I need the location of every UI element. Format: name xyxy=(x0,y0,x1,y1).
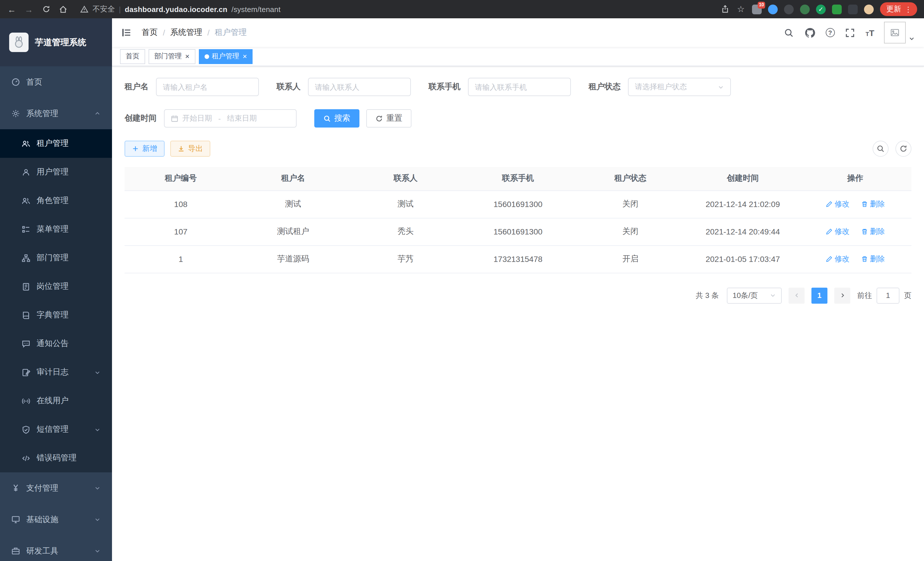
extension-icon[interactable]: 10 xyxy=(752,4,762,14)
edit-button[interactable]: 修改 xyxy=(825,254,849,264)
share-icon[interactable] xyxy=(720,4,730,14)
sidebar-item-online-users[interactable]: 在线用户 xyxy=(0,387,112,415)
star-icon[interactable]: ☆ xyxy=(736,4,746,14)
contact-input[interactable] xyxy=(315,83,404,91)
next-page-button[interactable] xyxy=(834,287,850,303)
hamburger-icon[interactable] xyxy=(121,27,131,38)
sidebar-item-depts[interactable]: 部门管理 xyxy=(0,244,112,272)
tag-dept[interactable]: 部门管理 × xyxy=(148,49,195,64)
back-icon[interactable]: ← xyxy=(7,4,16,14)
col-contact: 联系人 xyxy=(350,167,462,190)
tenant-icon xyxy=(22,139,30,148)
main-column: 首页 / 系统管理 / 租户管理 ? xyxy=(112,18,924,561)
app-title: 芋道管理系统 xyxy=(35,37,86,48)
chevron-down-icon xyxy=(718,84,724,90)
close-icon[interactable]: × xyxy=(243,53,247,60)
sidebar-item-menus[interactable]: 菜单管理 xyxy=(0,215,112,244)
toolbar: 新增 导出 xyxy=(124,141,911,157)
prev-page-button[interactable] xyxy=(789,287,805,303)
edit-button[interactable]: 修改 xyxy=(825,226,849,237)
col-created: 创建时间 xyxy=(687,167,799,190)
github-icon[interactable] xyxy=(804,27,816,38)
broken-image-icon xyxy=(890,28,899,37)
forward-icon[interactable]: → xyxy=(24,4,34,14)
breadcrumb-home[interactable]: 首页 xyxy=(142,27,158,38)
warning-triangle-icon xyxy=(80,5,88,14)
date-range-picker[interactable]: 开始日期 - 结束日期 xyxy=(164,109,297,128)
breadcrumb-system[interactable]: 系统管理 xyxy=(170,27,202,38)
gear-icon xyxy=(11,109,20,118)
tag-home[interactable]: 首页 xyxy=(120,49,145,64)
page-number-button[interactable]: 1 xyxy=(812,287,827,303)
sidebar-item-system[interactable]: 系统管理 xyxy=(0,98,112,129)
refresh-icon[interactable] xyxy=(41,4,51,14)
search-icon[interactable] xyxy=(783,27,795,38)
add-button[interactable]: 新增 xyxy=(124,141,165,157)
sidebar-item-audit-log[interactable]: 审计日志 xyxy=(0,358,112,387)
extension-green-icon[interactable] xyxy=(800,4,810,14)
sidebar-item-infra[interactable]: 基础设施 xyxy=(0,504,112,535)
tag-tenant[interactable]: 租户管理 × xyxy=(199,49,253,64)
online-icon xyxy=(22,397,30,405)
goto-page-input[interactable] xyxy=(877,287,899,303)
sidebar-item-posts[interactable]: 岗位管理 xyxy=(0,272,112,301)
edit-button[interactable]: 修改 xyxy=(825,199,849,209)
sidebar-item-dev-tools[interactable]: 研发工具 xyxy=(0,535,112,561)
sidebar-item-dict[interactable]: 字典管理 xyxy=(0,301,112,329)
delete-button[interactable]: 删除 xyxy=(861,254,885,264)
navbar: 首页 / 系统管理 / 租户管理 ? xyxy=(112,18,924,47)
sidebar-item-home[interactable]: 首页 xyxy=(0,66,112,98)
status-text: 开启 xyxy=(574,245,687,273)
profile-avatar-icon[interactable] xyxy=(864,4,874,14)
filter-create-time: 创建时间 开始日期 - 结束日期 xyxy=(124,109,297,128)
extension-drop-icon[interactable] xyxy=(768,4,778,14)
page-size-select[interactable]: 10条/页 xyxy=(727,287,782,303)
pencil-icon xyxy=(825,256,832,262)
refresh-circle-icon[interactable] xyxy=(896,141,911,157)
search-button[interactable]: 搜索 xyxy=(314,109,359,128)
pencil-icon xyxy=(825,228,832,235)
user-icon xyxy=(22,168,30,176)
omnibox[interactable]: 不安全 | dashboard.yudao.iocoder.cn/system/… xyxy=(80,4,280,14)
chevron-down-icon[interactable] xyxy=(909,35,915,42)
sidebar-item-payment[interactable]: 支付管理 xyxy=(0,472,112,504)
reset-button[interactable]: 重置 xyxy=(366,109,411,128)
security-label: 不安全 xyxy=(93,4,115,14)
app-layout: 芋道管理系统 首页 系统管理 租户管理 用户管理 xyxy=(0,18,924,561)
extension-dark-icon[interactable] xyxy=(784,4,794,14)
help-icon[interactable]: ? xyxy=(825,28,835,37)
sidebar-logo[interactable]: 芋道管理系统 xyxy=(0,18,112,66)
close-icon[interactable]: × xyxy=(185,53,189,60)
delete-button[interactable]: 删除 xyxy=(861,199,885,209)
status-text: 关闭 xyxy=(574,218,687,245)
sidebar-item-error-codes[interactable]: 错误码管理 xyxy=(0,444,112,472)
extension-book-icon[interactable] xyxy=(832,4,842,14)
export-button[interactable]: 导出 xyxy=(170,141,210,157)
refresh-icon xyxy=(375,115,383,122)
sidebar-item-users[interactable]: 用户管理 xyxy=(0,158,112,186)
tenant-name-input[interactable] xyxy=(163,83,252,91)
avatar[interactable] xyxy=(884,22,906,44)
delete-button[interactable]: 删除 xyxy=(861,226,885,237)
home-icon[interactable] xyxy=(58,4,68,14)
col-actions: 操作 xyxy=(799,167,911,190)
trash-icon xyxy=(861,256,868,262)
sidebar-item-notice[interactable]: 通知公告 xyxy=(0,329,112,358)
kebab-menu-icon[interactable]: ⋮ xyxy=(904,5,912,14)
status-select[interactable]: 请选择租户状态 xyxy=(628,78,731,96)
user-menu[interactable] xyxy=(884,22,915,44)
sms-shield-icon xyxy=(22,425,30,434)
tenant-page: 租户名 联系人 联系手机 租户状态 请选择租户状态 xyxy=(112,66,924,561)
puzzle-icon[interactable] xyxy=(848,4,858,14)
phone-input[interactable] xyxy=(475,83,564,91)
browser-toolbar: ← → 不安全 | dashboard.yudao.iocoder.cn/sys… xyxy=(0,0,924,18)
sidebar-item-sms[interactable]: 短信管理 xyxy=(0,415,112,444)
search-circle-icon[interactable] xyxy=(873,141,889,157)
chrome-update-button[interactable]: 更新 ⋮ xyxy=(880,2,917,16)
sidebar-item-roles[interactable]: 角色管理 xyxy=(0,186,112,215)
fullscreen-icon[interactable] xyxy=(844,27,856,38)
font-size-icon[interactable]: TT xyxy=(866,28,874,38)
sidebar-item-tenant[interactable]: 租户管理 xyxy=(0,129,112,158)
extension-check-icon[interactable]: ✓ xyxy=(816,4,826,14)
logo-image xyxy=(9,33,28,52)
